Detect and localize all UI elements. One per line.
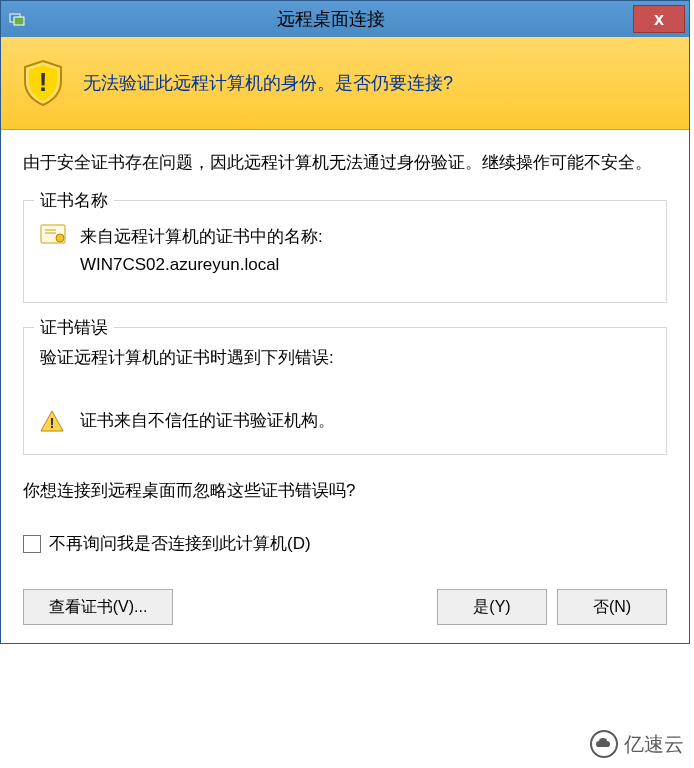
cert-error-legend: 证书错误 <box>34 316 114 339</box>
question-text: 你想连接到远程桌面而忽略这些证书错误吗? <box>23 479 667 502</box>
cert-error-group: 证书错误 验证远程计算机的证书时遇到下列错误: ! 证书来自不信任的证书验证机构… <box>23 327 667 455</box>
shield-warning-icon: ! <box>21 59 65 107</box>
cert-error-message: 证书来自不信任的证书验证机构。 <box>80 409 335 432</box>
warning-triangle-icon: ! <box>40 410 64 432</box>
certificate-icon <box>40 223 66 245</box>
button-row: 查看证书(V)... 是(Y) 否(N) <box>23 589 667 625</box>
cert-name-label: 来自远程计算机的证书中的名称: <box>80 223 323 252</box>
no-button[interactable]: 否(N) <box>557 589 667 625</box>
warning-banner: ! 无法验证此远程计算机的身份。是否仍要连接? <box>1 37 689 130</box>
intro-text: 由于安全证书存在问题，因此远程计算机无法通过身份验证。继续操作可能不安全。 <box>23 150 667 176</box>
close-button[interactable]: x <box>633 5 685 33</box>
yes-button[interactable]: 是(Y) <box>437 589 547 625</box>
svg-text:!: ! <box>39 67 48 97</box>
cert-name-group: 证书名称 来自远程计算机的证书中的名称: WIN7CS02.azureyun.l… <box>23 200 667 304</box>
svg-point-6 <box>56 234 64 242</box>
rdp-icon <box>9 11 25 27</box>
cert-name-text: 来自远程计算机的证书中的名称: WIN7CS02.azureyun.local <box>80 223 323 281</box>
view-certificate-button[interactable]: 查看证书(V)... <box>23 589 173 625</box>
watermark-text: 亿速云 <box>624 731 684 758</box>
window-title: 远程桌面连接 <box>29 7 633 31</box>
cert-error-intro: 验证远程计算机的证书时遇到下列错误: <box>40 346 650 369</box>
cloud-icon <box>590 730 618 758</box>
svg-rect-1 <box>14 17 24 25</box>
dialog-content: 由于安全证书存在问题，因此远程计算机无法通过身份验证。继续操作可能不安全。 证书… <box>1 130 689 643</box>
svg-text:!: ! <box>50 414 55 431</box>
dialog-window: 远程桌面连接 x ! 无法验证此远程计算机的身份。是否仍要连接? 由于安全证书存… <box>0 0 690 644</box>
dont-ask-label[interactable]: 不再询问我是否连接到此计算机(D) <box>49 532 311 555</box>
watermark: 亿速云 <box>590 730 684 758</box>
titlebar: 远程桌面连接 x <box>1 1 689 37</box>
cert-name-legend: 证书名称 <box>34 189 114 212</box>
dont-ask-row: 不再询问我是否连接到此计算机(D) <box>23 532 667 555</box>
cert-name-value: WIN7CS02.azureyun.local <box>80 251 323 280</box>
warning-heading: 无法验证此远程计算机的身份。是否仍要连接? <box>83 71 453 95</box>
dont-ask-checkbox[interactable] <box>23 535 41 553</box>
